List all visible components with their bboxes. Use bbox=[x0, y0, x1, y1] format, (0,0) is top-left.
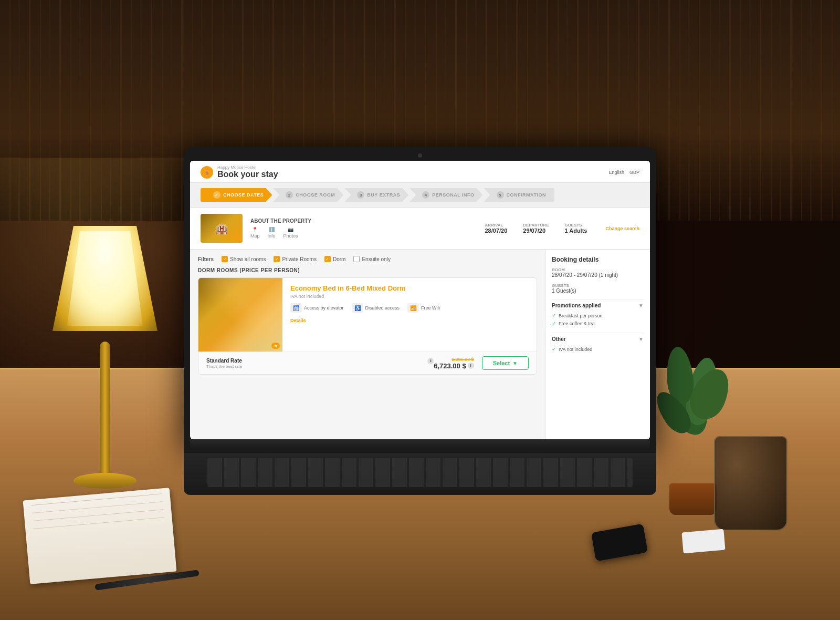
arrival-label: ARRIVAL bbox=[485, 223, 507, 228]
hostel-name: Happy Moose Hostel bbox=[217, 165, 278, 170]
wifi-icon: 📶 bbox=[407, 303, 419, 313]
property-nav: 📍 Map ℹ️ Info 📷 Photos bbox=[250, 227, 466, 239]
amenity-elevator-label: Access by elevator bbox=[304, 305, 344, 311]
step-choose-room[interactable]: 2 CHOOSE ROOM bbox=[273, 188, 343, 202]
property-image bbox=[201, 214, 243, 243]
booking-app: 🦌 Happy Moose Hostel Book your stay Engl… bbox=[190, 161, 650, 439]
sidebar-guests-detail: Guests 1 Guest(s) bbox=[552, 283, 644, 294]
step-num-2: 2 bbox=[286, 191, 293, 199]
other-arrow-icon: ▼ bbox=[638, 336, 644, 342]
rooms-panel: Filters ✓ Show all rooms ✓ Private Rooms… bbox=[190, 250, 545, 439]
step-personal-info[interactable]: 4 PERSONAL INFO bbox=[410, 188, 482, 202]
info-label: Info bbox=[268, 233, 276, 239]
plant-pot bbox=[669, 483, 717, 515]
elevator-icon: 🛗 bbox=[290, 303, 302, 313]
room-photo: ★ bbox=[198, 278, 282, 352]
guests-label: GUESTS bbox=[564, 223, 587, 228]
private-checkbox[interactable]: ✓ bbox=[274, 256, 280, 262]
dorm-label: Dorm bbox=[333, 256, 345, 262]
laptop-screen-outer: 🦌 Happy Moose Hostel Book your stay Engl… bbox=[184, 147, 656, 453]
lamp-foot bbox=[74, 473, 136, 489]
room-details-link[interactable]: Details bbox=[290, 318, 306, 323]
departure-label: DEPARTURE bbox=[523, 223, 549, 228]
price-info-icon: ℹ bbox=[468, 363, 474, 369]
step-num-4: 4 bbox=[422, 191, 429, 199]
promotions-title: Promotions applied bbox=[552, 303, 601, 308]
guests-value: 1 Adults bbox=[564, 228, 587, 234]
other-label-1: IVA not included bbox=[559, 347, 592, 352]
arrival-date: 28/07/20 bbox=[485, 228, 507, 234]
select-button[interactable]: Select ▼ bbox=[482, 356, 529, 370]
other-check-icon: ✓ bbox=[552, 346, 556, 352]
promotions-header[interactable]: Promotions applied ▼ bbox=[552, 299, 644, 312]
other-section: Other ▼ ✓ IVA not included bbox=[552, 333, 644, 353]
arrival-block: ARRIVAL 28/07/20 bbox=[485, 223, 507, 234]
change-search-button[interactable]: Change search bbox=[605, 226, 639, 231]
lamp-base bbox=[100, 342, 110, 489]
original-price: 2,205.30 $ bbox=[452, 357, 474, 362]
main-content: Filters ✓ Show all rooms ✓ Private Rooms… bbox=[190, 250, 650, 439]
room-card: ★ Economy Bed in 6-Bed Mixed Dorm IVA no… bbox=[198, 277, 537, 375]
laptop-keyboard bbox=[184, 453, 656, 495]
rate-name: Standard Rate bbox=[206, 358, 426, 364]
step-confirmation[interactable]: 5 CONFIRMATION bbox=[484, 188, 554, 202]
prop-info[interactable]: ℹ️ Info bbox=[268, 227, 276, 239]
prop-map[interactable]: 📍 Map bbox=[250, 227, 260, 239]
guests-block: GUESTS 1 Adults bbox=[564, 223, 587, 234]
room-vat: IVA not included bbox=[290, 294, 529, 299]
departure-block: DEPARTURE 29/07/20 bbox=[523, 223, 549, 234]
filter-private[interactable]: ✓ Private Rooms bbox=[274, 256, 317, 262]
room-details: Economy Bed in 6-Bed Mixed Dorm IVA not … bbox=[282, 278, 537, 352]
sidebar-room-detail: Room 28/07/20 - 29/07/20 (1 night) bbox=[552, 267, 644, 278]
rate-name-row: Standard Rate ℹ bbox=[206, 358, 434, 364]
filters-row: Filters ✓ Show all rooms ✓ Private Rooms… bbox=[198, 256, 537, 262]
step-choose-dates[interactable]: ✓ CHOOSE DATES bbox=[201, 188, 272, 202]
sidebar-room-dates: 28/07/20 - 29/07/20 (1 night) bbox=[552, 272, 644, 278]
other-title: Other bbox=[552, 336, 566, 342]
filters-label: Filters bbox=[198, 256, 214, 262]
show-all-label: Show all rooms bbox=[230, 256, 266, 262]
rate-info-area: Standard Rate ℹ That's the best rate bbox=[206, 358, 434, 369]
ensuite-checkbox[interactable] bbox=[353, 256, 360, 262]
check-icon-1: ✓ bbox=[552, 313, 556, 318]
rate-desc: That's the best rate bbox=[206, 364, 434, 369]
laptop: 🦌 Happy Moose Hostel Book your stay Engl… bbox=[184, 147, 656, 495]
step-buy-extras[interactable]: 3 BUY EXTRAS bbox=[344, 188, 408, 202]
prop-photos[interactable]: 📷 Photos bbox=[284, 227, 298, 239]
language-selector[interactable]: English bbox=[608, 170, 624, 175]
desk-lamp bbox=[21, 226, 189, 489]
app-header: 🦌 Happy Moose Hostel Book your stay Engl… bbox=[190, 161, 650, 183]
room-photo-image bbox=[198, 278, 282, 352]
step-label-2: CHOOSE ROOM bbox=[296, 192, 335, 198]
price-area: 2,205.30 $ 6,723.00 $ ℹ bbox=[434, 357, 474, 370]
check-icon-2: ✓ bbox=[552, 321, 556, 326]
promotions-arrow-icon: ▼ bbox=[638, 303, 644, 308]
info-icon: ℹ️ bbox=[269, 227, 275, 232]
sidebar-guests-value: 1 Guest(s) bbox=[552, 288, 644, 294]
filter-dorm[interactable]: ✓ Dorm bbox=[324, 256, 345, 262]
show-all-checkbox[interactable]: ✓ bbox=[222, 256, 228, 262]
amenity-disabled-label: Disabled access bbox=[365, 305, 400, 311]
page-title: Book your stay bbox=[217, 170, 278, 179]
photos-label: Photos bbox=[284, 233, 298, 239]
amenity-disabled: ♿ Disabled access bbox=[352, 303, 400, 313]
filter-show-all[interactable]: ✓ Show all rooms bbox=[222, 256, 266, 262]
notebook bbox=[23, 488, 177, 584]
booking-sidebar: Booking details Room 28/07/20 - 29/07/20… bbox=[545, 250, 650, 439]
glass-jar bbox=[714, 436, 788, 531]
property-info: ABOUT THE PROPERTY 📍 Map ℹ️ Info bbox=[250, 218, 466, 239]
departure-date: 29/07/20 bbox=[523, 228, 545, 234]
laptop-camera bbox=[418, 153, 422, 158]
filter-ensuite[interactable]: Ensuite only bbox=[353, 256, 390, 262]
step-num-3: 3 bbox=[357, 191, 364, 199]
brand-text: Happy Moose Hostel Book your stay bbox=[217, 165, 278, 179]
dorm-checkbox[interactable]: ✓ bbox=[324, 256, 331, 262]
room-title: Economy Bed in 6-Bed Mixed Dorm bbox=[290, 284, 529, 292]
final-price-row: 6,723.00 $ ℹ bbox=[434, 362, 474, 370]
promo-label-1: Breakfast per person bbox=[559, 313, 603, 318]
other-item-1: ✓ IVA not included bbox=[552, 345, 644, 353]
amenity-wifi-label: Free Wifi bbox=[421, 305, 440, 311]
other-header[interactable]: Other ▼ bbox=[552, 333, 644, 345]
step-label-1: CHOOSE DATES bbox=[223, 192, 264, 198]
currency-selector[interactable]: GBP bbox=[629, 170, 639, 175]
